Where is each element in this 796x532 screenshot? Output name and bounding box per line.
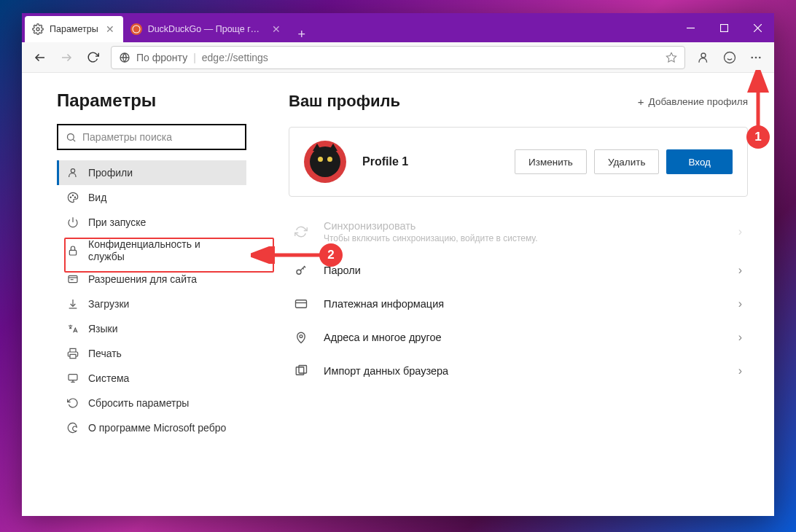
avatar: [304, 141, 346, 183]
row-passwords[interactable]: Пароли ›: [289, 254, 748, 287]
separator: |: [193, 52, 196, 63]
nav-downloads[interactable]: Загрузки: [57, 292, 246, 316]
ddg-icon: [130, 23, 142, 35]
nav-system[interactable]: Система: [57, 366, 246, 391]
chevron-right-icon: ›: [738, 225, 742, 238]
location-icon: [292, 331, 311, 344]
row-sync: СинхронизироватьЧтобы включить синхрониз…: [289, 210, 748, 254]
svg-point-19: [68, 133, 74, 140]
settings-nav: Профили Вид При запуске Конфиденциальнос…: [57, 160, 261, 440]
palette-icon: [66, 191, 79, 204]
close-button[interactable]: [741, 13, 774, 42]
svg-point-13: [725, 52, 735, 63]
add-profile-button[interactable]: +Добавление профиля: [638, 95, 748, 108]
svg-rect-5: [720, 24, 727, 31]
chevron-right-icon: ›: [738, 331, 742, 344]
address-url: edge://settings: [202, 52, 268, 63]
reset-icon: [66, 396, 79, 410]
svg-point-12: [701, 53, 706, 58]
tabstrip: Параметры ✕ DuckDuckGo — Проще говоря ✕ …: [22, 13, 674, 42]
main-header: Ваш профиль +Добавление профиля: [289, 92, 748, 111]
svg-point-17: [755, 56, 757, 58]
nav-appearance[interactable]: Вид: [57, 185, 246, 210]
browser-window: Параметры ✕ DuckDuckGo — Проще говоря ✕ …: [22, 13, 774, 516]
profile-settings-list: СинхронизироватьЧтобы включить синхрониз…: [289, 210, 748, 388]
nav-languages[interactable]: Языки: [57, 316, 246, 341]
lock-icon: [66, 244, 79, 257]
svg-point-3: [133, 26, 139, 33]
profile-actions: Изменить Удалить Вход: [515, 149, 733, 174]
row-payment[interactable]: Платежная информация ›: [289, 287, 748, 321]
nav-startup[interactable]: При запуске: [57, 210, 246, 235]
svg-point-18: [759, 56, 761, 58]
power-icon: [66, 216, 79, 229]
download-icon: [66, 297, 79, 310]
svg-marker-11: [666, 52, 676, 62]
delete-profile-button[interactable]: Удалить: [594, 149, 660, 174]
favorite-icon[interactable]: [666, 52, 677, 63]
key-icon: [292, 264, 311, 277]
nav-about[interactable]: О программе Microsoft ребро: [57, 415, 246, 440]
row-addresses[interactable]: Адреса и многое другое ›: [289, 321, 748, 354]
profile-card: Profile 1 Изменить Удалить Вход: [289, 127, 748, 197]
search-input[interactable]: [82, 131, 238, 143]
search-icon: [66, 132, 77, 143]
row-import[interactable]: Импорт данных браузера ›: [289, 354, 748, 388]
maximize-button[interactable]: [707, 13, 741, 42]
menu-button[interactable]: [744, 45, 768, 70]
svg-point-24: [74, 197, 75, 197]
card-icon: [292, 297, 311, 310]
tab-label: Параметры: [50, 24, 98, 34]
edit-profile-button[interactable]: Изменить: [515, 149, 587, 174]
print-icon: [66, 347, 79, 360]
svg-point-23: [72, 195, 73, 195]
tab-settings[interactable]: Параметры ✕: [25, 16, 123, 42]
tab-duckduckgo[interactable]: DuckDuckGo — Проще говоря ✕: [123, 16, 289, 42]
tab-label: DuckDuckGo — Проще говоря: [148, 24, 265, 34]
nav-profiles[interactable]: Профили: [57, 160, 246, 185]
window-controls: [674, 13, 774, 42]
nav-site-permissions[interactable]: Разрешения для сайта: [57, 267, 246, 292]
chevron-right-icon: ›: [738, 364, 742, 378]
svg-rect-31: [70, 354, 76, 358]
svg-point-16: [751, 56, 753, 58]
content: Параметры Профили Вид При запуске Конфид…: [22, 73, 774, 516]
sync-icon: [292, 225, 311, 238]
nav-print[interactable]: Печать: [57, 341, 246, 366]
close-icon[interactable]: ✕: [270, 23, 282, 35]
svg-rect-26: [69, 250, 76, 255]
svg-rect-36: [296, 300, 307, 308]
refresh-button[interactable]: [80, 45, 105, 70]
edge-icon: [119, 52, 130, 63]
new-tab-button[interactable]: +: [289, 27, 314, 42]
toolbar: По фронту | edge://settings: [22, 42, 774, 73]
chevron-right-icon: ›: [738, 264, 742, 277]
gear-icon: [32, 23, 44, 35]
plus-icon: +: [638, 95, 644, 108]
page-title: Параметры: [57, 90, 261, 111]
feedback-icon[interactable]: [717, 45, 742, 70]
address-bar[interactable]: По фронту | edge://settings: [111, 46, 685, 69]
close-icon[interactable]: ✕: [104, 23, 116, 35]
permissions-icon: [66, 273, 79, 286]
address-site-label: По фронту: [136, 52, 187, 63]
signin-button[interactable]: Вход: [666, 149, 733, 174]
person-icon: [66, 166, 79, 179]
svg-point-38: [300, 335, 303, 338]
svg-line-20: [73, 139, 75, 141]
titlebar: Параметры ✕ DuckDuckGo — Проще говоря ✕ …: [22, 13, 774, 42]
profile-heading: Ваш профиль: [289, 92, 400, 111]
back-button[interactable]: [28, 45, 52, 70]
chevron-right-icon: ›: [738, 297, 742, 310]
svg-rect-27: [69, 275, 77, 282]
main: Ваш профиль +Добавление профиля Profile …: [271, 73, 774, 516]
minimize-button[interactable]: [674, 13, 707, 42]
sidebar: Параметры Профили Вид При запуске Конфид…: [22, 73, 271, 516]
profile-icon[interactable]: [691, 45, 716, 70]
nav-privacy[interactable]: Конфиденциальность и службы: [57, 235, 246, 267]
svg-point-22: [70, 197, 71, 197]
svg-point-35: [297, 270, 301, 274]
forward-button: [54, 45, 79, 70]
settings-search[interactable]: [57, 124, 246, 150]
nav-reset[interactable]: Сбросить параметры: [57, 391, 246, 415]
